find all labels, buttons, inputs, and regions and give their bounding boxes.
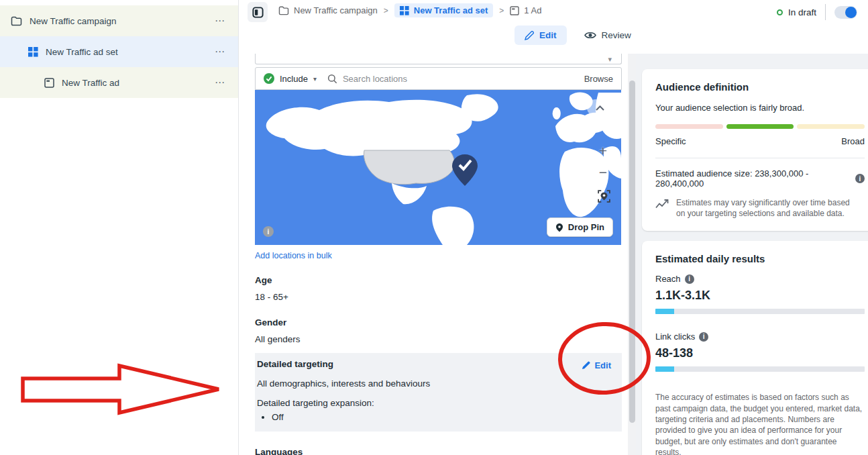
sidebar-item-ad[interactable]: New Traffic ad ⋯ [0, 67, 238, 98]
reach-bar [655, 309, 865, 314]
link-clicks-value: 48-138 [655, 346, 865, 360]
info-icon[interactable]: i [699, 332, 708, 342]
sidebar-item-label: New Traffic ad [62, 78, 119, 88]
campaign-tree-sidebar: New Traffic campaign ⋯ New Traffic ad se… [0, 0, 239, 455]
include-pin-icon [264, 73, 274, 84]
location-search-bar: Include ▾ Browse [255, 67, 622, 90]
languages-heading: Languages [255, 447, 622, 455]
scrollbar-thumb[interactable] [629, 81, 635, 423]
pin-mode-icon[interactable] [597, 189, 611, 206]
ad-frame-icon [44, 78, 54, 88]
reach-value: 1.1K-3.1K [655, 289, 865, 303]
chevron-right-icon: > [384, 6, 388, 15]
detailed-targeting-section[interactable]: Detailed targeting All demographics, int… [255, 353, 622, 432]
gauge-label-specific: Specific [655, 136, 686, 146]
ad-frame-icon [510, 6, 519, 15]
expansion-value: Off [272, 412, 612, 422]
eye-icon [584, 31, 596, 40]
link-clicks-bar-fill [655, 366, 674, 372]
map-zoom-out-button[interactable]: − [599, 165, 607, 179]
draft-status-icon [777, 9, 783, 15]
status-area: In draft [777, 4, 857, 20]
age-value: 18 - 65+ [255, 292, 622, 302]
edit-tab[interactable]: Edit [514, 26, 567, 45]
pencil-icon [582, 361, 590, 370]
sidebar-item-label: New Traffic campaign [30, 16, 117, 26]
map-collapse-button[interactable] [587, 99, 612, 116]
browse-button[interactable]: Browse [584, 74, 613, 84]
detailed-targeting-edit-button[interactable]: Edit [582, 360, 611, 370]
gauge-segment-broad [797, 124, 865, 129]
draft-status-label: In draft [788, 7, 816, 17]
chevron-up-icon [596, 105, 604, 111]
breadcrumb: New Traffic campaign > New Traffic ad se… [278, 3, 541, 17]
drop-pin-button[interactable]: Drop Pin [547, 217, 613, 237]
sidebar-item-label: New Traffic ad set [46, 47, 118, 57]
location-type-select-partial[interactable]: ▾ [255, 54, 622, 64]
chevron-right-icon: > [499, 6, 504, 15]
search-locations-input[interactable] [343, 74, 579, 84]
detailed-targeting-heading: Detailed targeting [257, 359, 612, 369]
link-clicks-label: Link clicks [655, 332, 695, 342]
header-bar: New Traffic campaign > New Traffic ad se… [239, 0, 868, 54]
review-tab[interactable]: Review [584, 30, 631, 40]
breadcrumb-label: 1 Ad [524, 5, 541, 15]
adset-settings-panel: ▾ Include ▾ Browse [239, 54, 628, 455]
toggle-knob [845, 7, 857, 18]
info-icon[interactable]: i [685, 274, 694, 284]
breadcrumb-campaign[interactable]: New Traffic campaign [278, 5, 378, 15]
add-locations-bulk-link[interactable]: Add locations in bulk [255, 251, 332, 260]
location-map[interactable]: + − Drop Pin i [255, 90, 622, 245]
gauge-segment-specific [655, 124, 723, 129]
search-icon [327, 74, 337, 84]
review-tab-label: Review [602, 30, 631, 40]
caret-down-icon: ▾ [608, 55, 612, 64]
collapse-panel-button[interactable] [248, 2, 268, 22]
publish-toggle[interactable] [834, 6, 857, 19]
overflow-menu-icon[interactable]: ⋯ [215, 77, 226, 89]
estimate-variance-note: Estimates may vary significantly over ti… [655, 197, 865, 219]
sidebar-item-adset[interactable]: New Traffic ad set ⋯ [0, 36, 238, 67]
right-rail: Audience definition Your audience select… [636, 54, 868, 455]
divider [655, 158, 865, 158]
gauge-label-broad: Broad [841, 136, 865, 146]
breadcrumb-label: New Traffic ad set [414, 5, 488, 15]
trend-zigzag-icon [655, 199, 670, 209]
audience-gauge [655, 124, 865, 129]
audience-description: Your audience selection is fairly broad. [655, 103, 865, 113]
breadcrumb-ad[interactable]: 1 Ad [510, 5, 541, 15]
folder-icon [278, 6, 289, 15]
overflow-menu-icon[interactable]: ⋯ [215, 15, 226, 27]
breadcrumb-label: New Traffic campaign [294, 5, 378, 15]
map-info-icon[interactable]: i [263, 226, 274, 237]
gender-heading: Gender [255, 317, 622, 327]
adset-grid-icon [400, 6, 409, 15]
gauge-segment-selected [726, 124, 794, 129]
info-icon[interactable]: i [855, 174, 865, 183]
reach-bar-fill [655, 309, 674, 314]
estimated-daily-results-card: Estimated daily results Reach i 1.1K-3.1… [642, 241, 868, 455]
include-dropdown[interactable]: Include [280, 74, 308, 84]
pencil-icon [525, 31, 534, 40]
drop-pin-label: Drop Pin [568, 222, 604, 232]
ads-manager-edit-page: New Traffic campaign ⋯ New Traffic ad se… [0, 0, 868, 455]
divider [825, 4, 826, 20]
sidebar-item-campaign[interactable]: New Traffic campaign ⋯ [0, 5, 238, 36]
overflow-menu-icon[interactable]: ⋯ [215, 46, 226, 58]
detailed-targeting-value: All demographics, interests and behaviou… [257, 378, 612, 389]
estimated-daily-results-title: Estimated daily results [655, 253, 865, 264]
mode-tabs: Edit Review [514, 26, 631, 45]
draft-status: In draft [777, 7, 816, 17]
edit-tab-label: Edit [539, 30, 557, 40]
age-heading: Age [255, 275, 622, 285]
audience-definition-title: Audience definition [655, 81, 865, 93]
caret-down-icon[interactable]: ▾ [313, 75, 317, 83]
edit-link-label: Edit [594, 360, 611, 370]
audience-definition-card: Audience definition Your audience select… [642, 69, 868, 231]
estimated-audience-size: Estimated audience size: 238,300,000 - 2… [655, 168, 851, 189]
pin-icon [555, 223, 563, 232]
gender-value: All genders [255, 334, 622, 344]
breadcrumb-adset[interactable]: New Traffic ad set [394, 3, 494, 17]
map-zoom-in-button[interactable]: + [599, 144, 607, 158]
content-scrollbar[interactable] [628, 54, 636, 455]
